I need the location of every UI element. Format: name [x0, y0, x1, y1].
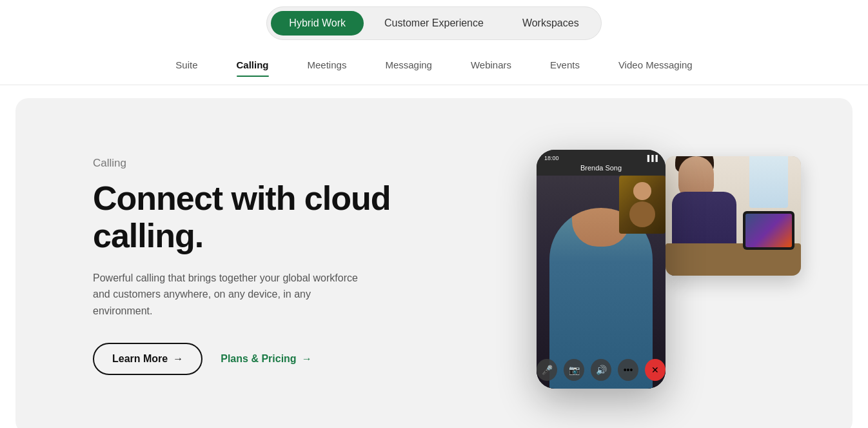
- phone-mockup: 18:00 ▐▐▐ Brenda Song: [537, 150, 666, 389]
- learn-more-button[interactable]: Learn More →: [93, 343, 202, 375]
- nav-events[interactable]: Events: [550, 59, 580, 76]
- phone-time: 18:00: [544, 155, 559, 161]
- phone-signal-icon: ▐▐▐: [646, 155, 658, 161]
- tab-workspaces[interactable]: Workspaces: [504, 11, 597, 36]
- desk-window-icon: [749, 156, 788, 208]
- hero-description: Powerful calling that brings together yo…: [93, 270, 364, 320]
- hero-actions: Learn More → Plans & Pricing →: [93, 343, 402, 375]
- secondary-nav: Suite Calling Meetings Messaging Webinar…: [0, 53, 868, 85]
- more-button[interactable]: •••: [618, 359, 638, 381]
- end-call-icon: ✕: [651, 365, 659, 375]
- mute-button[interactable]: 🎤: [537, 359, 557, 381]
- camera-icon: 📷: [569, 365, 580, 375]
- speaker-icon: 🔊: [596, 365, 607, 375]
- plans-pricing-label: Plans & Pricing: [221, 353, 296, 365]
- nav-calling[interactable]: Calling: [237, 59, 269, 76]
- phone-controls: 🎤 📷 🔊 ••• ✕: [537, 359, 666, 381]
- speaker-button[interactable]: 🔊: [591, 359, 611, 381]
- tab-customer-experience[interactable]: Customer Experience: [366, 11, 502, 36]
- tab-pill: Hybrid Work Customer Experience Workspac…: [266, 6, 601, 40]
- tab-hybrid-work[interactable]: Hybrid Work: [271, 11, 364, 36]
- hero-title: Connect with cloud calling.: [93, 180, 402, 254]
- phone-caller-name: Brenda Song: [537, 164, 666, 176]
- nav-video-messaging[interactable]: Video Messaging: [618, 59, 693, 76]
- plans-pricing-arrow-icon: →: [302, 353, 312, 365]
- plans-pricing-button[interactable]: Plans & Pricing →: [221, 353, 311, 365]
- learn-more-arrow-icon: →: [173, 353, 183, 365]
- end-call-button[interactable]: ✕: [645, 359, 666, 381]
- phone-screen: 18:00 ▐▐▐ Brenda Song: [537, 150, 666, 389]
- hero-text: Calling Connect with cloud calling. Powe…: [93, 157, 402, 374]
- learn-more-label: Learn More: [112, 353, 168, 365]
- more-icon: •••: [624, 365, 633, 375]
- phone-video-grid: [537, 176, 666, 389]
- desk-photo: [666, 156, 801, 276]
- nav-messaging[interactable]: Messaging: [385, 59, 432, 76]
- nav-webinars[interactable]: Webinars: [471, 59, 511, 76]
- hero-section: Calling Connect with cloud calling. Powe…: [15, 98, 853, 428]
- hero-label: Calling: [93, 157, 402, 170]
- nav-meetings[interactable]: Meetings: [308, 59, 347, 76]
- tab-selector: Hybrid Work Customer Experience Workspac…: [0, 6, 868, 40]
- small-video: [619, 176, 666, 234]
- phone-status-bar: 18:00 ▐▐▐: [537, 150, 666, 164]
- nav-suite[interactable]: Suite: [175, 59, 197, 76]
- desk-monitor-screen-icon: [745, 214, 792, 247]
- desk-scene: [666, 156, 801, 276]
- camera-button[interactable]: 📷: [564, 359, 584, 381]
- microphone-icon: 🎤: [542, 365, 553, 375]
- desk-monitor-icon: [743, 211, 794, 250]
- hero-visual: 18:00 ▐▐▐ Brenda Song: [511, 137, 801, 395]
